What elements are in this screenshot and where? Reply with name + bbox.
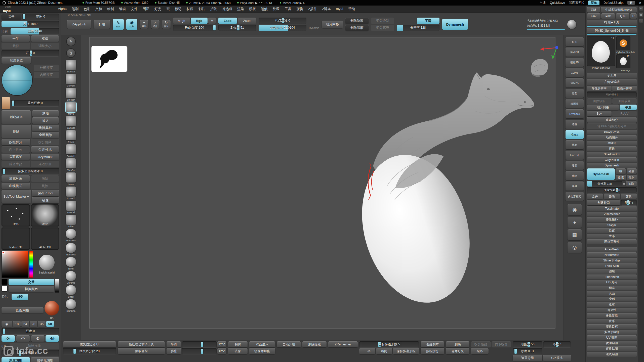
curve-mode-icon[interactable]: S [66,48,76,58]
strength-slider[interactable]: 强度 0 [2,328,59,334]
append-button[interactable]: 追加 [32,110,59,117]
duplicate-button[interactable]: 创建副本 [421,341,444,347]
rgb-intensity-slider[interactable]: Rgb 强度 100 [173,25,216,31]
sdiv-slider[interactable]: 细分级别 [587,92,637,98]
palette-section-header[interactable]: 联系 [587,319,637,324]
intersect-button[interactable]: 交集 [621,194,637,199]
decimate-current-button[interactable]: 抽取当前 [118,348,165,354]
crop-button[interactable]: 裁剪 [2,43,30,49]
shelf-button[interactable]: 单独 [566,182,584,191]
curve-mode-button[interactable]: 曲线模式 [2,183,30,189]
menu-item[interactable]: 模板 [247,6,258,12]
shelf-button[interactable]: 透明 [566,161,584,170]
decimate-percent-slider[interactable]: 抽取百分比 20 [63,348,116,354]
palette-section-header[interactable]: Thick Skin [587,263,637,268]
loops-slider[interactable]: 细摄光 50 [513,341,542,347]
smooth-toggle-button[interactable]: 平滑 [417,18,439,24]
subsection-header[interactable]: 大小 [587,234,637,239]
shelf-button[interactable]: BPR [566,37,584,46]
rgb-button[interactable]: Rgb [191,18,208,24]
alpha-depth-sphere-preview[interactable] [2,65,33,96]
reconstruct-subdiv-button[interactable]: 重建细分 [587,117,637,123]
rotate-mode-button[interactable]: ↻ 旋转 [162,20,171,29]
smooth-axis-button[interactable]: XYZ [217,341,226,347]
menu-item[interactable]: 纹理 [270,6,282,12]
switch-color-button[interactable]: 切换颜色 [9,286,54,292]
shelf-icon-button[interactable]: ● [568,217,582,228]
gradient-toggle-button[interactable]: 渐变 [12,294,28,300]
shelf-icon-button[interactable]: ◉ [568,204,582,215]
brush-item[interactable]: Chalk [66,285,76,298]
zadd-button[interactable]: Zadd [218,18,237,24]
preprocess-button[interactable]: 预处理当前子工具 [118,341,165,347]
palette-section-header[interactable]: 多边形绘制 [587,330,637,335]
half-button[interactable]: 一半 [2,35,30,42]
split-hidden-button[interactable]: 拆分隐藏 [471,341,491,347]
delete-hidden-button[interactable]: 删除隐藏 [302,341,327,347]
palette-section-header[interactable]: HD 几何 [587,280,637,285]
palette-section-header[interactable]: Slime Bridge [587,258,637,263]
resize-button[interactable]: 调整大小 [31,43,59,49]
symmetry-axis-button[interactable]: >Z< [31,335,45,342]
zsub-button[interactable]: Zsub [238,18,256,24]
delete-all-button[interactable]: 全部删除 [32,132,59,138]
goz-visible-button[interactable]: 可见 [616,13,629,19]
gravity-strength-slider[interactable]: 重力强度 0 [11,100,59,106]
brush-item[interactable]: SnakeH [66,144,76,157]
menu-item[interactable]: 笔触 [258,6,270,12]
pair-left-button[interactable]: 背面遮罩 [2,154,30,160]
divide-button[interactable]: 细分网格 [587,105,619,110]
delete-button[interactable]: 删除 [446,341,469,347]
close-icon[interactable]: ✕ [639,1,641,5]
delete-curve-button[interactable]: 删除 [31,183,59,189]
delete-masked-button[interactable]: 删除遮蔽 [345,25,369,31]
doc-height-slider[interactable]: 高度 1680 [2,21,59,27]
split-down-button[interactable]: 向下拆分 [492,341,511,347]
del-higher-button[interactable]: 删除较高 [612,98,637,104]
palette-section-header[interactable]: UV 贴图 [587,335,637,340]
menu-item[interactable]: 渲染 [235,6,247,12]
palette-section-header[interactable]: 预览 [587,286,637,290]
brush-item[interactable]: Chrome [66,271,76,284]
subsection-header[interactable]: 修改拓扑 [587,217,637,222]
palette-section-header[interactable]: 可见性 [587,308,637,312]
shelf-button[interactable]: 地面 [566,140,584,149]
menu-item[interactable]: 变换 [294,6,306,12]
symmetry-axis-button[interactable]: >X< [2,335,15,342]
pair-left-button[interactable]: 按组拆分 [2,139,30,145]
restore-ui-button[interactable]: 恢复自定义 UI [63,341,116,347]
same-button[interactable]: 相同 [376,348,392,354]
brush-item[interactable]: CurveT [66,187,76,200]
geometry-section-header[interactable]: 几何体编辑 [587,79,637,85]
depth-mask-button[interactable]: 深度遮罩 [2,57,31,64]
dynamesh-option-button[interactable]: 组 [616,168,626,174]
half-button[interactable]: 一半 [359,348,375,354]
shelf-button[interactable]: Line Fill [566,151,584,160]
brush-item[interactable]: ClayBui [66,74,76,87]
size-preset-button[interactable]: 24 [21,321,29,327]
size-preset-button[interactable]: 18 [13,321,21,327]
shelf-button[interactable]: 100% [566,68,584,77]
zapplink-button[interactable]: ZAppLink [67,20,91,29]
pair-right-button[interactable]: 合并可见 [31,146,59,153]
pair-left-button[interactable]: 延迟半径 [2,161,30,167]
menu-item[interactable]: myui [333,6,346,12]
menu-item[interactable]: Alpha [55,6,69,12]
flat-shadow-button[interactable]: 扁平化阴影 [31,357,59,362]
menu-toggle-button[interactable]: 菜单 [588,1,599,5]
save-ztool-button[interactable]: 保存 ZTool [32,190,59,196]
main-color-swatch[interactable] [2,279,8,285]
material-sphere-thumbnail[interactable] [39,255,55,270]
higher-res-button[interactable]: 提高分辨率 [612,86,637,91]
z-intensity-slider[interactable]: Z 强度 51 [218,25,256,31]
create-shell-button[interactable]: 创建外壳 [587,200,620,205]
shelf-button[interactable]: Gxyz [566,130,584,139]
dynamesh-section-header[interactable]: Dynamesh [587,163,637,168]
dynamesh-option-button[interactable]: 融合 [627,168,637,174]
mirror-weld-button[interactable]: 镜像并焊接 [249,348,275,354]
menu-item[interactable]: Z脚本 [319,6,333,12]
alpha-preview[interactable] [91,46,127,72]
sub-projection-slider[interactable]: 次级投射 0.6 [587,187,637,193]
shelf-button[interactable]: 滚动2D [566,48,584,57]
dynamesh-resolution-slider[interactable]: 分辨率 128 [587,181,622,187]
